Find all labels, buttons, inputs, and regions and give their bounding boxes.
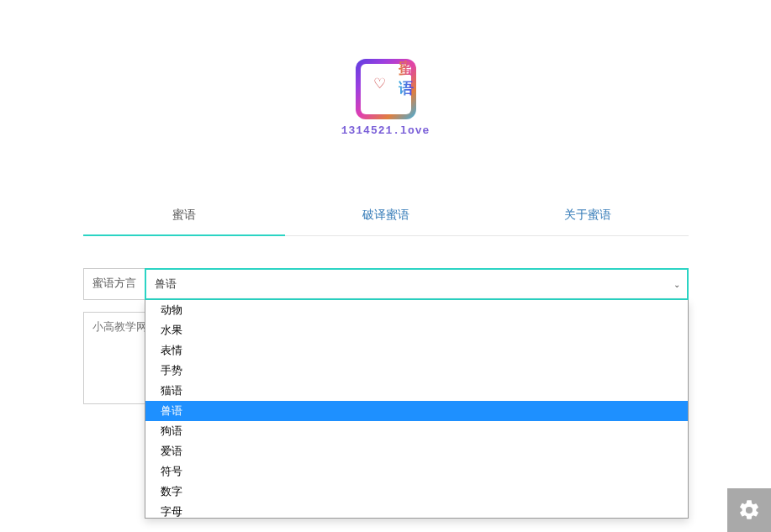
dialect-option[interactable]: 表情 xyxy=(145,340,688,361)
dialect-option[interactable]: 狗语 xyxy=(145,421,688,441)
logo: ♡ 蜜 语 1314521.love xyxy=(83,59,689,137)
logo-box: ♡ 蜜 语 xyxy=(356,59,416,119)
dialect-dropdown[interactable]: 动物水果表情手势猫语兽语狗语爱语符号数字字母 xyxy=(145,300,689,519)
tabs: 蜜语 破译蜜语 关于蜜语 xyxy=(83,196,689,236)
dialect-option[interactable]: 字母 xyxy=(145,502,688,519)
dialect-option[interactable]: 爱语 xyxy=(145,441,688,461)
tab-about[interactable]: 关于蜜语 xyxy=(487,196,689,235)
dialect-row: 蜜语方言 兽语 ⌄ 动物水果表情手势猫语兽语狗语爱语符号数字字母 xyxy=(83,268,689,300)
logo-char-1: 蜜 xyxy=(399,58,414,78)
dialect-option[interactable]: 兽语 xyxy=(145,401,688,421)
dialect-option[interactable]: 手势 xyxy=(145,361,688,381)
heart-icon: ♡ xyxy=(373,76,386,92)
dialect-option[interactable]: 符号 xyxy=(145,461,688,482)
tab-decode[interactable]: 破译蜜语 xyxy=(285,196,487,235)
dialect-label: 蜜语方言 xyxy=(83,268,145,300)
logo-url: 1314521.love xyxy=(341,124,430,137)
tab-miyu[interactable]: 蜜语 xyxy=(83,196,285,236)
dialect-option[interactable]: 数字 xyxy=(145,482,688,502)
dialect-option[interactable]: 水果 xyxy=(145,320,688,340)
dialect-option[interactable]: 动物 xyxy=(145,300,688,320)
settings-button[interactable] xyxy=(727,488,771,532)
logo-char-2: 语 xyxy=(399,78,414,98)
dialect-selected-value: 兽语 xyxy=(155,277,177,292)
dialect-option[interactable]: 猫语 xyxy=(145,381,688,401)
gear-icon xyxy=(737,498,761,522)
dialect-select[interactable]: 兽语 xyxy=(145,268,689,300)
